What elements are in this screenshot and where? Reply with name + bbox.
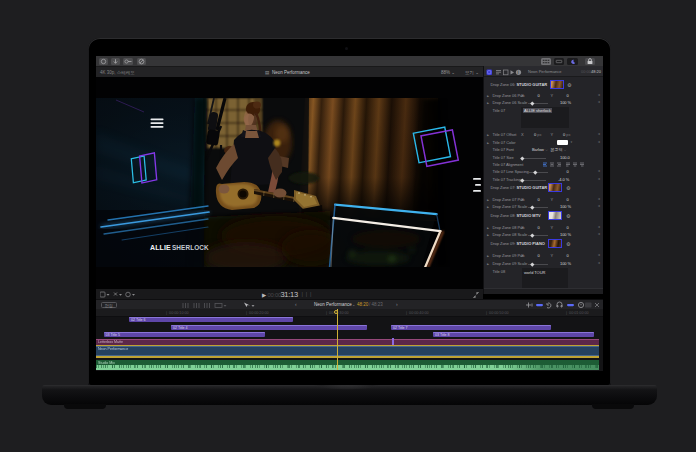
svg-text:SHERLOCK: SHERLOCK	[172, 244, 209, 251]
svg-text:ALLIE: ALLIE	[150, 244, 171, 251]
svg-text:i: i	[517, 70, 518, 75]
